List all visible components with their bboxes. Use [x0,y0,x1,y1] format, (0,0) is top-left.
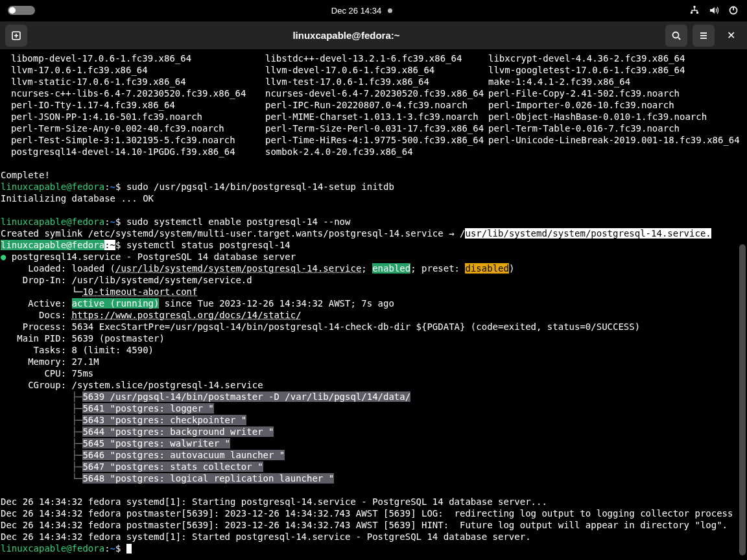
log-line: Dec 26 14:34:32 fedora systemd[1]: Start… [0,496,747,508]
line-symlink: Created symlink /etc/systemd/system/mult… [0,228,747,239]
proc-3: ├─5644 "postgres: background writer " [0,426,747,438]
menu-button[interactable] [693,25,715,47]
proc-4: ├─5645 "postgres: walwriter " [0,438,747,449]
line-initdb: Initializing database ... OK [0,192,747,204]
pkg-row: postgresql14-devel-14.10-1PGDG.f39.x86_6… [0,146,747,158]
close-button[interactable]: ✕ [720,25,742,47]
window-title: linuxcapable@fedora:~ [27,30,665,41]
volume-icon[interactable] [708,5,720,16]
line-docs: Docs: https://www.postgresql.org/docs/14… [0,309,747,321]
proc-1: ├─5641 "postgres: logger " [0,402,747,414]
svg-point-8 [673,32,679,38]
notification-dot-icon [388,8,392,13]
line-cgroup: CGroup: /system.slice/postgresql-14.serv… [0,379,747,391]
pkg-row: perl-Test-Simple-3:1.302195-5.fc39.noarc… [0,134,747,146]
power-icon[interactable] [728,5,739,16]
network-icon[interactable] [689,5,700,16]
svg-rect-0 [694,6,696,8]
pkg-row: perl-JSON-PP-1:4.16-501.fc39.noarchperl-… [0,111,747,122]
proc-5: ├─5646 "postgres: autovacuum launcher " [0,449,747,461]
line-process: Process: 5634 ExecStartPre=/usr/pgsql-14… [0,321,747,332]
terminal-titlebar: linuxcapable@fedora:~ ✕ [0,21,747,50]
new-tab-button[interactable] [5,25,27,47]
proc-2: ├─5643 "postgres: checkpointer " [0,414,747,426]
line-dropin2: └─10-timeout-abort.conf [0,286,747,298]
svg-line-9 [678,38,680,40]
log-line: Dec 26 14:34:32 fedora postmaster[5639]:… [0,519,747,531]
line-svc: ● postgresql14.service - PostgreSQL 14 d… [0,251,747,262]
pkg-row: llvm-static-17.0.6-1.fc39.x86_64llvm-tes… [0,76,747,88]
pkg-row: llvm-17.0.6-1.fc39.x86_64llvm-devel-17.0… [0,64,747,76]
clock-area[interactable]: Dec 26 14:34 [331,6,392,16]
log-line: Dec 26 14:34:32 fedora postmaster[5639]:… [0,508,747,519]
line-loaded: Loaded: loaded (/usr/lib/systemd/system/… [0,262,747,274]
pkg-row: perl-Term-Size-Any-0.002-40.fc39.noarchp… [0,122,747,134]
line-complete: Complete! [0,169,747,181]
line-tasks: Tasks: 8 (limit: 4590) [0,344,747,356]
pkg-row: libomp-devel-17.0.6-1.fc39.x86_64libstdc… [0,52,747,64]
proc-6: ├─5647 "postgres: stats collector " [0,461,747,472]
gnome-topbar: Dec 26 14:34 [0,0,747,21]
line-active: Active: active (running) since Tue 2023-… [0,298,747,309]
proc-0: ├─5639 /usr/pgsql-14/bin/postmaster -D /… [0,391,747,402]
scrollbar[interactable] [739,244,746,555]
prompt-line-1: linuxcapable@fedora:~$ sudo /usr/pgsql-1… [0,181,747,192]
line-cpu: CPU: 75ms [0,368,747,379]
terminal-output[interactable]: libomp-devel-17.0.6-1.fc39.x86_64libstdc… [0,50,747,560]
prompt-line-4[interactable]: linuxcapable@fedora:~$ [0,542,747,554]
svg-rect-2 [696,12,698,14]
prompt-line-3: linuxcapable@fedora:~$ systemctl status … [0,239,747,251]
clock-text: Dec 26 14:34 [331,6,381,16]
log-line: Dec 26 14:34:32 fedora systemd[1]: Start… [0,531,747,542]
activities-pill[interactable] [8,6,35,15]
pkg-row: perl-IO-Tty-1.17-4.fc39.x86_64perl-IPC-R… [0,99,747,111]
line-memory: Memory: 27.1M [0,356,747,368]
line-dropin: Drop-In: /usr/lib/systemd/system/service… [0,274,747,286]
prompt-line-2: linuxcapable@fedora:~$ sudo systemctl en… [0,216,747,228]
pkg-row: ncurses-c++-libs-6.4-7.20230520.fc39.x86… [0,88,747,99]
line-mainpid: Main PID: 5639 (postmaster) [0,332,747,344]
proc-7: └─5648 "postgres: logical replication la… [0,472,747,484]
search-button[interactable] [665,25,687,47]
cursor-icon [126,544,132,554]
svg-rect-1 [691,12,693,14]
